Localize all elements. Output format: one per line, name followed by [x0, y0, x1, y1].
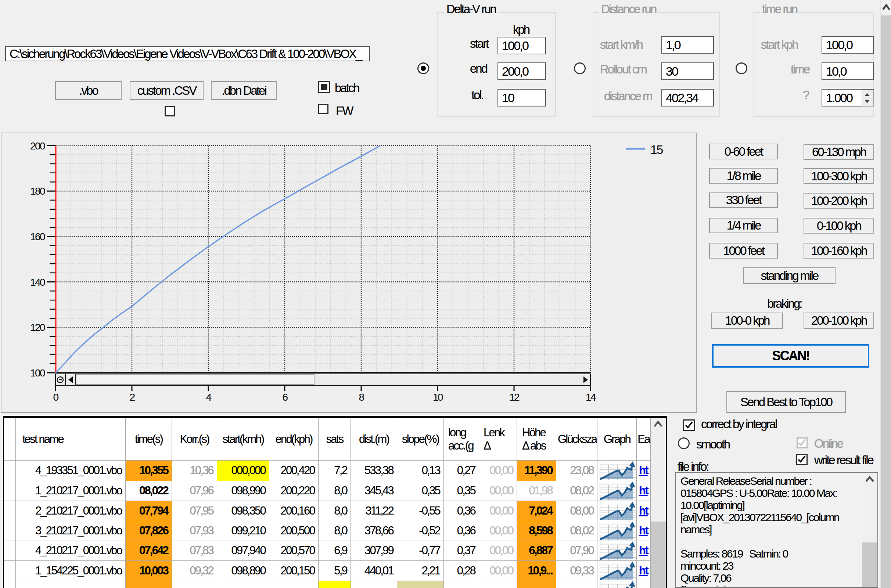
svg-text:100: 100: [30, 367, 45, 379]
svg-text:2: 2: [130, 392, 135, 403]
svg-text:0: 0: [53, 392, 59, 403]
svg-text:10: 10: [433, 392, 443, 403]
svg-text:200: 200: [30, 140, 45, 152]
svg-text:15: 15: [651, 142, 663, 156]
svg-text:160: 160: [30, 231, 45, 242]
svg-text:6: 6: [282, 392, 288, 403]
svg-text:4: 4: [206, 392, 212, 403]
svg-text:12: 12: [509, 392, 520, 403]
svg-text:140: 140: [30, 276, 45, 288]
svg-text:120: 120: [30, 322, 45, 333]
svg-text:180: 180: [30, 186, 45, 197]
svg-text:14: 14: [586, 392, 596, 403]
svg-text:8: 8: [359, 392, 365, 403]
